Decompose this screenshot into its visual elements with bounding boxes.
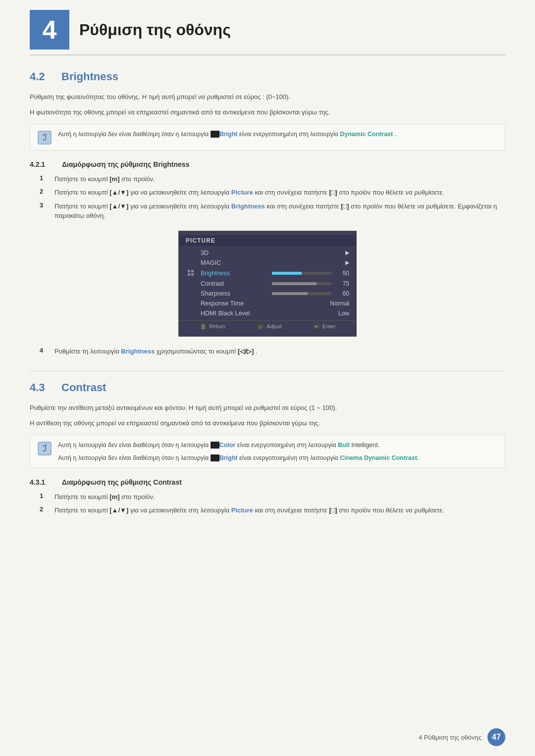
note-42-text: Αυτή η λειτουργία δεν είναι διαθέσιμη ότ… xyxy=(58,129,396,139)
subsection-431-heading: 4.3.1 Διαμόρφωση της ρύθμισης Contrast xyxy=(30,478,505,486)
step-421-4: 4 Ρυθμίστε τη λειτουργία Brightness χρησ… xyxy=(40,347,505,356)
osd-icon-grid xyxy=(186,269,197,277)
note-icon-43: ℐ xyxy=(37,441,52,456)
step-421-2: 2 Πατήστε το κουμπί [▲/▼] για να μετακιν… xyxy=(40,188,505,198)
svg-rect-2 xyxy=(188,270,190,272)
steps-421: 1 Πατήστε το κουμπί [m] στο προϊόν. 2 Πα… xyxy=(40,174,505,221)
section-42-number: 4.2 xyxy=(30,70,54,83)
steps-431: 1 Πατήστε το κουμπί [m] στο προϊόν. 2 Πα… xyxy=(40,492,505,515)
note-43-texts: Αυτή η λειτουργία δεν είναι διαθέσιμη ότ… xyxy=(58,440,419,463)
subsection-421-title: Διαμόρφωση της ρύθμισης Brightness xyxy=(62,160,189,168)
section-43-number: 4.3 xyxy=(30,381,54,394)
main-content: 4.2 Brightness Ρύθμιση της φωτεινότητας … xyxy=(30,70,505,515)
note-43-text1: Αυτή η λειτουργία δεν είναι διαθέσιμη ότ… xyxy=(58,440,419,450)
section-43-note: ℐ Αυτή η λειτουργία δεν είναι διαθέσιμη … xyxy=(30,435,505,468)
subsection-421-heading: 4.2.1 Διαμόρφωση της ρύθμισης Brightness xyxy=(30,160,505,168)
svg-rect-5 xyxy=(191,273,194,276)
osd-row-response-time: Response Time Normal xyxy=(179,299,356,308)
section-43-body1: Ρυθμίστε την αντίθεση μεταξύ αντικειμένω… xyxy=(30,403,505,413)
osd-row-hdmi: HDMI Black Level Low xyxy=(179,308,356,318)
osd-bottom-bar: ||| Return ◇ Adjust ↵ Enter xyxy=(179,320,356,332)
section-43-heading: 4.3 Contrast xyxy=(30,381,505,394)
osd-row-brightness: Brightness 50 xyxy=(179,268,356,279)
osd-row-contrast: Contrast 75 xyxy=(179,279,356,289)
subsection-431-number: 4.3.1 xyxy=(30,478,57,486)
section-43-body2: Η αντίθεση της οθόνης μπορεί να επηρεαστ… xyxy=(30,418,505,429)
note-42-highlight xyxy=(211,131,219,138)
osd-bottom-return: ||| Return xyxy=(199,323,225,330)
osd-menu: PICTURE 3D ▶ MAGIC ▶ xyxy=(178,231,357,337)
section-42-body2: Η φωτεινότητα της οθόνης μπορεί να επηρε… xyxy=(30,107,505,118)
section-divider xyxy=(30,371,505,371)
step-431-1: 1 Πατήστε το κουμπί [m] στο προϊόν. xyxy=(40,492,505,502)
footer-chapter-ref: 4 Ρύθμιση της οθόνης xyxy=(419,734,482,741)
section-42-heading: 4.2 Brightness xyxy=(30,70,505,83)
svg-text:ℐ: ℐ xyxy=(43,133,47,143)
step-421-1: 1 Πατήστε το κουμπί [m] στο προϊόν. xyxy=(40,174,505,184)
section-42-note: ℐ Αυτή η λειτουργία δεν είναι διαθέσιμη … xyxy=(30,124,505,151)
step-421-3: 3 Πατήστε το κουμπί [▲/▼] για να μετακιν… xyxy=(40,202,505,221)
osd-row-magic: MAGIC ▶ xyxy=(179,258,356,268)
section-43-title: Contrast xyxy=(61,381,106,394)
note-43-text2: Αυτή η λειτουργία δεν είναι διαθέσιμη ότ… xyxy=(58,453,419,463)
svg-rect-4 xyxy=(188,273,190,276)
brightness-bar xyxy=(272,272,331,275)
chapter-title: Ρύθμιση της οθόνης xyxy=(79,21,231,39)
chapter-header: 4 Ρύθμιση της οθόνης xyxy=(30,0,505,55)
subsection-421-number: 4.2.1 xyxy=(30,160,57,168)
note-icon: ℐ xyxy=(37,130,52,145)
svg-rect-3 xyxy=(191,270,194,272)
subsection-431-title: Διαμόρφωση της ρύθμισης Contrast xyxy=(62,478,182,486)
osd-row-sharpness: Sharpness 60 xyxy=(179,289,356,299)
chapter-number: 4 xyxy=(30,10,69,50)
osd-menu-container: PICTURE 3D ▶ MAGIC ▶ xyxy=(30,231,505,337)
osd-row-3d: 3D ▶ xyxy=(179,248,356,258)
osd-bottom-adjust: ◇ Adjust xyxy=(257,323,282,330)
osd-bottom-enter: ↵ Enter xyxy=(313,323,335,330)
osd-title: PICTURE xyxy=(179,235,356,246)
step-431-2: 2 Πατήστε το κουμπί [▲/▼] για να μετακιν… xyxy=(40,505,505,515)
footer-page-number: 47 xyxy=(487,728,505,746)
section-42-body1: Ρύθμιση της φωτεινότητας του οθόνης. Η τ… xyxy=(30,92,505,102)
section-42-title: Brightness xyxy=(61,70,118,83)
sharpness-bar xyxy=(272,292,331,295)
contrast-bar xyxy=(272,282,331,285)
step-421-4-container: 4 Ρυθμίστε τη λειτουργία Brightness χρησ… xyxy=(40,347,505,356)
svg-text:ℐ: ℐ xyxy=(43,444,47,454)
page-footer: 4 Ρύθμιση της οθόνης 47 xyxy=(419,728,505,746)
